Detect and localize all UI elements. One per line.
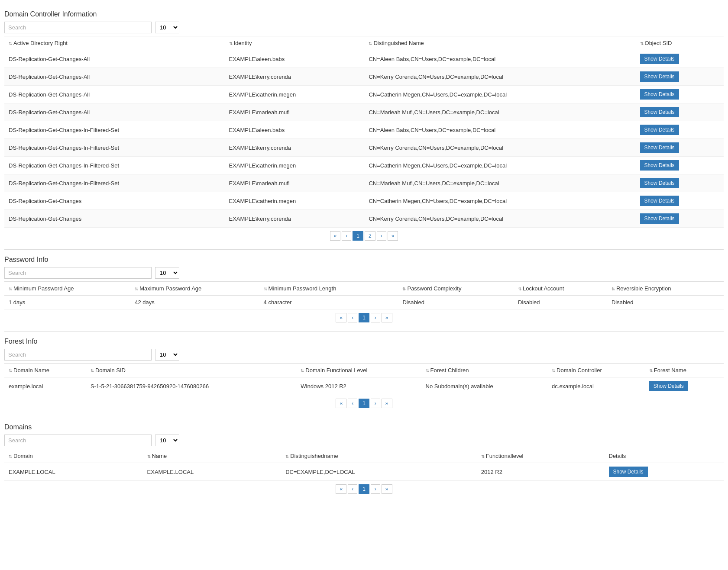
col-reversible-encryption[interactable]: ⇅Reversible Encryption	[607, 282, 724, 296]
domains-page-1[interactable]: 1	[359, 484, 369, 494]
forest-page-1[interactable]: 1	[359, 399, 369, 408]
dc-table-row: DS-Replication-Get-Changes EXAMPLE\kerry…	[4, 210, 724, 228]
forest-info-per-page-select[interactable]: 102550100	[155, 349, 179, 361]
col-domain-controller[interactable]: ⇅Domain Controller	[547, 364, 645, 377]
col-forest-name[interactable]: ⇅Forest Name	[645, 364, 724, 377]
col-identity[interactable]: ⇅Identity	[225, 36, 365, 50]
pw-min-age-cell: 1 days	[4, 296, 130, 309]
domains-first-page[interactable]: «	[336, 484, 346, 494]
domain-controller-pagination: « ‹ 1 2 › »	[4, 231, 724, 241]
col-distinguished-name[interactable]: ⇅Distinguished Name	[364, 36, 635, 50]
col-distinguishedname[interactable]: ⇅Distinguishedname	[281, 449, 477, 463]
sort-icon-sid: ⇅	[640, 41, 644, 46]
password-info-per-page-select[interactable]: 102550100	[155, 267, 179, 279]
col-forest-children[interactable]: ⇅Forest Children	[421, 364, 548, 377]
forest-info-pagination: « ‹ 1 › »	[4, 399, 724, 408]
forest-next-page[interactable]: ›	[371, 399, 380, 408]
forest-show-details-button[interactable]: Show Details	[649, 381, 688, 391]
dc-show-details-button[interactable]: Show Details	[640, 213, 679, 224]
dc-sid-cell: Show Details	[636, 210, 724, 228]
dc-right-cell: DS-Replication-Get-Changes	[4, 192, 225, 210]
password-info-title: Password Info	[4, 256, 724, 264]
col-domain-functional-level[interactable]: ⇅Domain Functional Level	[296, 364, 421, 377]
col-details: Details	[605, 449, 724, 463]
dc-show-details-button[interactable]: Show Details	[640, 142, 679, 153]
domains-per-page-select[interactable]: 102550100	[155, 435, 179, 446]
pw-last-page[interactable]: »	[382, 313, 392, 322]
forest-last-page[interactable]: »	[382, 399, 392, 408]
dc-identity-cell: EXAMPLE\catherin.megen	[225, 192, 365, 210]
domains-show-details-button[interactable]: Show Details	[609, 467, 648, 477]
dc-next-page[interactable]: ›	[377, 231, 386, 241]
forest-first-page[interactable]: «	[336, 399, 346, 408]
pw-prev-page[interactable]: ‹	[348, 313, 357, 322]
pw-next-page[interactable]: ›	[371, 313, 380, 322]
dc-page-1[interactable]: 1	[353, 231, 363, 241]
password-info-header-row: ⇅Minimum Password Age ⇅Maximum Password …	[4, 282, 724, 296]
col-domain-sid[interactable]: ⇅Domain SID	[86, 364, 296, 377]
dc-right-cell: DS-Replication-Get-Changes-All	[4, 103, 225, 121]
domains-table-row: EXAMPLE.LOCAL EXAMPLE.LOCAL DC=EXAMPLE,D…	[4, 463, 724, 481]
col-domain-name[interactable]: ⇅Domain Name	[4, 364, 86, 377]
domains-next-page[interactable]: ›	[371, 484, 380, 494]
pw-page-1[interactable]: 1	[359, 313, 369, 322]
domain-controller-per-page-select[interactable]: 102550100	[155, 22, 179, 33]
col-password-complexity[interactable]: ⇅Password Complexity	[398, 282, 514, 296]
domains-header-row: ⇅Domain ⇅Name ⇅Distinguishedname ⇅Functi…	[4, 449, 724, 463]
col-max-password-age[interactable]: ⇅Maximum Password Age	[130, 282, 259, 296]
divider-3	[4, 417, 724, 417]
domains-search-input[interactable]	[4, 435, 152, 446]
domains-details-cell: Show Details	[605, 463, 724, 481]
dc-identity-cell: EXAMPLE\kerry.corenda	[225, 139, 365, 157]
dc-show-details-button[interactable]: Show Details	[640, 160, 679, 171]
dc-last-page[interactable]: »	[388, 231, 398, 241]
col-functionallevel[interactable]: ⇅Functionallevel	[477, 449, 605, 463]
col-name[interactable]: ⇅Name	[143, 449, 281, 463]
dc-dn-cell: CN=Aleen Babs,CN=Users,DC=example,DC=loc…	[364, 121, 635, 139]
forest-prev-page[interactable]: ‹	[348, 399, 357, 408]
dc-page-2[interactable]: 2	[365, 231, 375, 241]
col-min-password-age[interactable]: ⇅Minimum Password Age	[4, 282, 130, 296]
pw-lockout-cell: Disabled	[514, 296, 607, 309]
dc-right-cell: DS-Replication-Get-Changes-All	[4, 86, 225, 103]
forest-info-search-input[interactable]	[4, 349, 152, 361]
dc-right-cell: DS-Replication-Get-Changes-All	[4, 50, 225, 68]
dc-prev-page[interactable]: ‹	[342, 231, 351, 241]
dc-show-details-button[interactable]: Show Details	[640, 54, 679, 64]
dc-sid-cell: Show Details	[636, 121, 724, 139]
dc-dn-cell: CN=Kerry Corenda,CN=Users,DC=example,DC=…	[364, 210, 635, 228]
dc-right-cell: DS-Replication-Get-Changes-In-Filtered-S…	[4, 121, 225, 139]
dc-table-row: DS-Replication-Get-Changes-In-Filtered-S…	[4, 121, 724, 139]
pw-min-length-cell: 4 character	[259, 296, 398, 309]
dc-table-row: DS-Replication-Get-Changes-All EXAMPLE\a…	[4, 50, 724, 68]
pw-table-row: 1 days 42 days 4 character Disabled Disa…	[4, 296, 724, 309]
password-info-pagination: « ‹ 1 › »	[4, 313, 724, 322]
col-domain[interactable]: ⇅Domain	[4, 449, 143, 463]
dc-first-page[interactable]: «	[330, 231, 341, 241]
dc-show-details-button[interactable]: Show Details	[640, 178, 679, 188]
domain-controller-table: ⇅Active Directory Right ⇅Identity ⇅Disti…	[4, 36, 724, 228]
dc-right-cell: DS-Replication-Get-Changes-In-Filtered-S…	[4, 157, 225, 174]
domains-controls: 102550100	[4, 435, 724, 446]
dc-dn-cell: CN=Marleah Mufi,CN=Users,DC=example,DC=l…	[364, 103, 635, 121]
col-active-directory-right[interactable]: ⇅Active Directory Right	[4, 36, 225, 50]
dc-dn-cell: CN=Catherin Megen,CN=Users,DC=example,DC…	[364, 157, 635, 174]
dc-show-details-button[interactable]: Show Details	[640, 107, 679, 117]
dc-show-details-button[interactable]: Show Details	[640, 125, 679, 135]
dc-show-details-button[interactable]: Show Details	[640, 71, 679, 82]
domains-last-page[interactable]: »	[382, 484, 392, 494]
dc-right-cell: DS-Replication-Get-Changes	[4, 210, 225, 228]
pw-first-page[interactable]: «	[336, 313, 346, 322]
password-info-table: ⇅Minimum Password Age ⇅Maximum Password …	[4, 281, 724, 309]
forest-name-cell: Show Details	[645, 377, 724, 395]
dc-identity-cell: EXAMPLE\marleah.mufi	[225, 174, 365, 192]
col-min-password-length[interactable]: ⇅Minimum Password Length	[259, 282, 398, 296]
col-lockout-account[interactable]: ⇅Lockout Account	[514, 282, 607, 296]
dc-show-details-button[interactable]: Show Details	[640, 89, 679, 100]
dc-show-details-button[interactable]: Show Details	[640, 196, 679, 206]
dc-table-row: DS-Replication-Get-Changes-In-Filtered-S…	[4, 174, 724, 192]
domains-prev-page[interactable]: ‹	[348, 484, 357, 494]
domain-controller-search-input[interactable]	[4, 22, 152, 33]
password-info-search-input[interactable]	[4, 267, 152, 279]
col-object-sid[interactable]: ⇅Object SID	[636, 36, 724, 50]
